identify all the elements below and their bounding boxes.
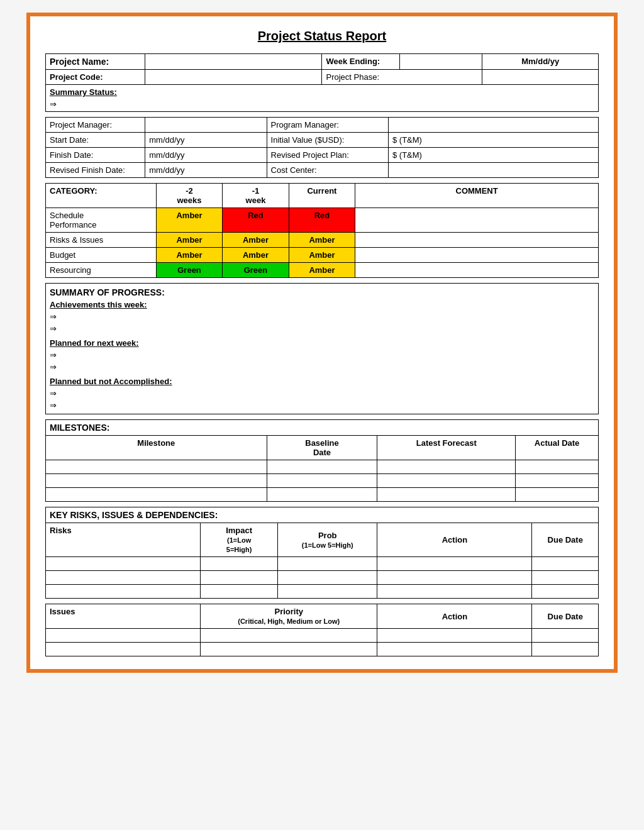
priority-label: Priority (274, 607, 303, 616)
risk-3-impact (201, 585, 278, 599)
due-date-col-header: Due Date (532, 523, 599, 557)
project-code-value (145, 70, 322, 85)
priority-col-header: Priority (Critical, High, Medium or Low) (201, 604, 377, 629)
achievements-arrow2: ⇒ (50, 324, 594, 333)
milestone-1-name (46, 460, 267, 474)
baseline-col-header: BaselineDate (267, 436, 377, 460)
week-ending-label: Week Ending: (322, 54, 399, 70)
impact-label: Impact (226, 526, 252, 535)
issue-1-priority (201, 629, 377, 643)
info-table: Project Manager: Program Manager: Start … (45, 117, 599, 178)
risk-1-prob (278, 557, 377, 571)
category-budget: Budget (46, 248, 157, 263)
project-name-label: Project Name: (46, 54, 145, 70)
finish-date-label: Finish Date: (46, 148, 145, 163)
forecast-col-header: Latest Forecast (377, 436, 516, 460)
pgm-value (388, 118, 598, 133)
risk-3-due (532, 585, 599, 599)
project-phase-label: Project Phase: (322, 70, 482, 85)
report-container: Project Status Report Project Name: Week… (26, 13, 618, 673)
issue-2-action (377, 643, 532, 656)
schedule-current: Red (289, 208, 355, 233)
issue-1-action (377, 629, 532, 643)
issue-2-priority (201, 643, 377, 656)
issue-2-name (46, 643, 201, 656)
risk-3-action (377, 585, 532, 599)
milestone-3-forecast (377, 488, 516, 502)
schedule-minus1: Red (223, 208, 289, 233)
budget-comment (355, 248, 599, 263)
milestone-3-actual (516, 488, 599, 502)
issue-2-due (532, 643, 599, 656)
risks-col-header: Risks (46, 523, 201, 557)
table-row (46, 488, 599, 502)
summary-progress-table: SUMMARY OF PROGRESS: Achievements this w… (45, 283, 599, 414)
table-row: Budget Amber Amber Amber (46, 248, 599, 263)
risks-section-title: KEY RISKS, ISSUES & DEPENDENCIES: (46, 507, 599, 523)
impact-sub: (1=Low5=High) (226, 536, 252, 553)
category-header: CATEGORY: (46, 184, 157, 208)
start-date-label: Start Date: (46, 133, 145, 148)
week-ending-value: Mm/dd/yy (482, 54, 599, 70)
project-code-label: Project Code: (46, 70, 145, 85)
issues-action-col-header: Action (377, 604, 532, 629)
milestones-title: MILESTONES: (46, 420, 599, 436)
category-resourcing: Resourcing (46, 263, 157, 278)
action-col-header: Action (377, 523, 532, 557)
planned-not-label: Planned but not Accomplished: (50, 377, 594, 386)
table-row: SchedulePerformance Amber Red Red (46, 208, 599, 233)
planned-not-arrow2: ⇒ (50, 401, 594, 410)
pgm-label: Program Manager: (267, 118, 388, 133)
col-current-header: Current (289, 184, 355, 208)
category-table: CATEGORY: -2weeks -1week Current COMMENT… (45, 183, 599, 278)
schedule-comment (355, 208, 599, 233)
milestone-2-actual (516, 474, 599, 488)
risks-current: Amber (289, 233, 355, 248)
milestone-1-forecast (377, 460, 516, 474)
risks-minus1: Amber (223, 233, 289, 248)
milestone-3-baseline (267, 488, 377, 502)
milestone-col-header: Milestone (46, 436, 267, 460)
col-comment-header: COMMENT (355, 184, 599, 208)
schedule-minus2: Amber (156, 208, 222, 233)
risks-table: KEY RISKS, ISSUES & DEPENDENCIES: Risks … (45, 507, 599, 599)
pm-value (145, 118, 267, 133)
milestone-1-actual (516, 460, 599, 474)
issues-col-header: Issues (46, 604, 201, 629)
achievements-arrow1: ⇒ (50, 312, 594, 321)
table-row (46, 557, 599, 571)
summary-status-label: Summary Status: (50, 87, 117, 97)
planned-next-arrow2: ⇒ (50, 362, 594, 372)
issue-1-name (46, 629, 201, 643)
achievements-label: Achievements this week: (50, 300, 594, 309)
risk-1-due (532, 557, 599, 571)
milestone-2-name (46, 474, 267, 488)
risk-3-prob (278, 585, 377, 599)
table-row: Risks & Issues Amber Amber Amber (46, 233, 599, 248)
risk-3-name (46, 585, 201, 599)
risks-comment (355, 233, 599, 248)
actual-col-header: Actual Date (516, 436, 599, 460)
risk-2-impact (201, 571, 278, 585)
table-row: Resourcing Green Green Amber (46, 263, 599, 278)
resourcing-current: Amber (289, 263, 355, 278)
resourcing-minus2: Green (156, 263, 222, 278)
table-row (46, 474, 599, 488)
initial-value-amount: $ (T&M) (388, 133, 598, 148)
prob-sub: (1=Low 5=High) (302, 541, 353, 549)
finish-date-value: mm/dd/yy (145, 148, 267, 163)
cost-center-value (388, 163, 598, 178)
issues-due-date-col-header: Due Date (532, 604, 599, 629)
project-phase-value (482, 70, 599, 85)
risk-2-due (532, 571, 599, 585)
col-minus2-header: -2weeks (156, 184, 222, 208)
category-schedule: SchedulePerformance (46, 208, 157, 233)
budget-minus2: Amber (156, 248, 222, 263)
header-table: Project Name: Week Ending: Mm/dd/yy Proj… (45, 53, 599, 112)
project-name-value (145, 54, 322, 70)
risk-2-name (46, 571, 201, 585)
risk-2-action (377, 571, 532, 585)
start-date-value: mm/dd/yy (145, 133, 267, 148)
revised-finish-label: Revised Finish Date: (46, 163, 145, 178)
prob-label: Prob (318, 531, 337, 540)
